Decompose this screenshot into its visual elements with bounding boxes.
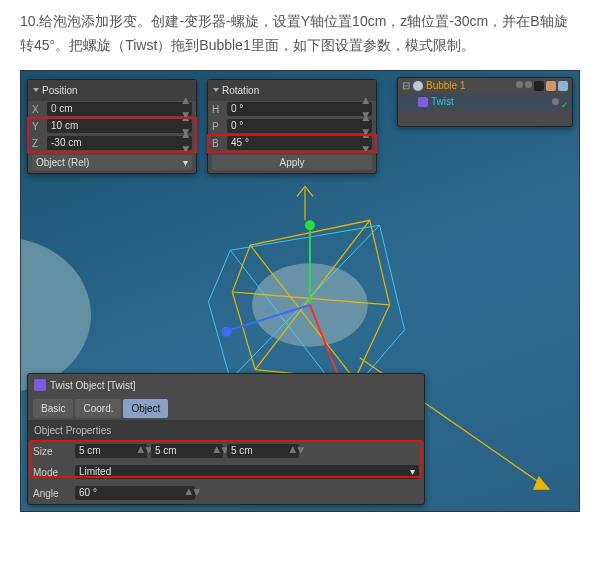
rotation-header[interactable]: Rotation — [208, 80, 376, 101]
collapse-icon[interactable] — [33, 88, 39, 92]
pos-y-field[interactable]: 10 cm⯅⯆ — [47, 119, 192, 133]
y-label: Y — [32, 118, 44, 135]
rot-b-field[interactable]: 45 °⯅⯆ — [227, 136, 372, 150]
angle-label: Angle — [33, 485, 71, 502]
tab-basic[interactable]: Basic — [33, 399, 73, 418]
mode-label: Mode — [33, 464, 71, 481]
size-z-field[interactable]: 5 cm⯅⯆ — [227, 444, 299, 458]
z-label: Z — [32, 135, 44, 152]
deformer-icon — [418, 97, 428, 107]
chevron-down-icon: ▾ — [410, 465, 415, 479]
om-row-twist[interactable]: Twist ✓ — [398, 94, 572, 110]
position-header[interactable]: Position — [28, 80, 196, 101]
mode-dropdown[interactable]: Limited▾ — [75, 465, 419, 479]
chevron-down-icon: ▾ — [183, 155, 188, 170]
svg-point-15 — [221, 326, 231, 336]
twist-attributes-panel: Twist Object [Twist] Basic Coord. Object… — [27, 373, 425, 505]
tab-object[interactable]: Object — [123, 399, 168, 418]
om-row-bubble1[interactable]: ⊟ Bubble 1 — [398, 78, 572, 94]
tab-coord[interactable]: Coord. — [75, 399, 121, 418]
svg-marker-2 — [232, 220, 389, 379]
object-manager: ⊟ Bubble 1 Twist ✓ — [397, 77, 573, 127]
position-title: Position — [42, 82, 78, 99]
tag-icon[interactable] — [534, 81, 544, 91]
instruction-text: 10.给泡泡添加形变。创建-变形器-螺旋，设置Y轴位置10cm，z轴位置-30c… — [20, 10, 580, 58]
layer-dot-icon[interactable] — [516, 81, 523, 88]
rotation-panel: Rotation H0 °⯅⯆ P0 °⯅⯆ B45 °⯅⯆ Apply — [207, 79, 377, 174]
deformer-icon — [34, 379, 46, 391]
svg-line-14 — [230, 305, 310, 330]
tag-icon[interactable] — [546, 81, 556, 91]
x-label: X — [32, 101, 44, 118]
svg-point-0 — [21, 237, 91, 392]
apply-button[interactable]: Apply — [212, 155, 372, 170]
svg-line-5 — [232, 292, 389, 305]
svg-line-16 — [310, 305, 338, 375]
size-x-field[interactable]: 5 cm⯅⯆ — [75, 444, 147, 458]
h-label: H — [212, 101, 224, 118]
svg-marker-7 — [534, 477, 549, 489]
frame-dropdown[interactable]: Object (Rel)▾ — [32, 155, 192, 170]
spinner-icon[interactable]: ⯅⯆ — [182, 129, 188, 157]
svg-point-1 — [252, 263, 367, 347]
om-item-label: Twist — [431, 93, 454, 110]
rot-h-field[interactable]: 0 °⯅⯆ — [227, 102, 372, 116]
b-label: B — [212, 135, 224, 152]
collapse-icon[interactable] — [213, 88, 219, 92]
svg-line-11 — [230, 225, 379, 379]
position-panel: Position X0 cm⯅⯆ Y10 cm⯅⯆ Z-30 cm⯅⯆ Obje… — [27, 79, 197, 174]
section-header: Object Properties — [28, 420, 424, 441]
enable-check-icon[interactable]: ✓ — [561, 98, 568, 105]
angle-field[interactable]: 60 °⯅⯆ — [75, 486, 195, 500]
svg-point-13 — [305, 220, 315, 230]
panel-title: Twist Object [Twist] — [50, 377, 136, 394]
p-label: P — [212, 118, 224, 135]
spinner-icon[interactable]: ⯅⯆ — [362, 129, 368, 157]
layer-dot-icon[interactable] — [552, 98, 559, 105]
hierarchy-collapse-icon[interactable]: ⊟ — [402, 77, 410, 94]
null-icon — [413, 81, 423, 91]
svg-line-4 — [255, 220, 369, 369]
layer-dot-icon[interactable] — [525, 81, 532, 88]
pos-z-field[interactable]: -30 cm⯅⯆ — [47, 136, 192, 150]
rot-p-field[interactable]: 0 °⯅⯆ — [227, 119, 372, 133]
pos-x-field[interactable]: 0 cm⯅⯆ — [47, 102, 192, 116]
svg-line-3 — [250, 245, 355, 379]
size-label: Size — [33, 443, 71, 460]
rotation-title: Rotation — [222, 82, 259, 99]
om-item-label: Bubble 1 — [426, 77, 465, 94]
screenshot: Position X0 cm⯅⯆ Y10 cm⯅⯆ Z-30 cm⯅⯆ Obje… — [20, 70, 580, 512]
tag-icon[interactable] — [558, 81, 568, 91]
twist-header: Twist Object [Twist] — [28, 374, 424, 397]
size-y-field[interactable]: 5 cm⯅⯆ — [151, 444, 223, 458]
